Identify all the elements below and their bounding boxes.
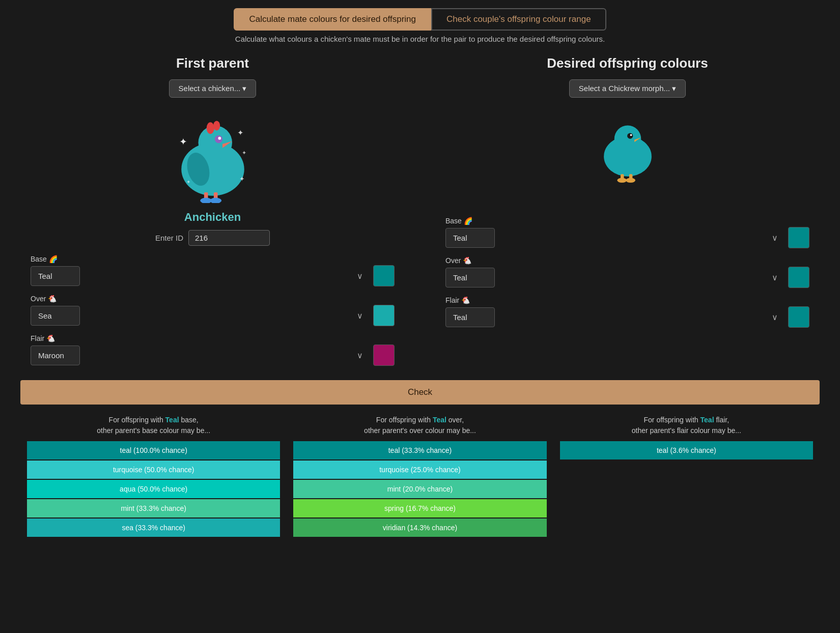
flair-select-wrapper: Teal Sea Maroon Turquoise Aqua Mint <box>31 346 369 365</box>
desired-over-select-wrapper: Teal Sea Maroon Turquoise <box>445 268 784 287</box>
flair-result-header: For offspring with Teal flair,other pare… <box>627 415 746 436</box>
svg-point-5 <box>206 122 214 134</box>
svg-text:✦: ✦ <box>242 150 246 156</box>
flair-swatch <box>373 344 395 366</box>
select-morph-button[interactable]: Select a Chickrew morph... ▾ <box>569 79 686 98</box>
chicken-name: Anchicken <box>184 211 241 224</box>
base-results-column: For offspring with Teal base,other paren… <box>20 415 287 538</box>
chick-image <box>587 104 668 185</box>
over-result-item-1: turquoise (25.0% chance) <box>293 461 546 479</box>
check-button[interactable]: Check <box>20 380 820 405</box>
check-button-wrapper: Check <box>0 374 840 411</box>
svg-point-1 <box>198 126 232 160</box>
desired-offspring-title: Desired offspring colours <box>547 55 708 71</box>
flair-result-item-0: teal (3.6% chance) <box>560 441 813 459</box>
base-label: Base 🌈 <box>31 255 395 263</box>
select-chicken-button[interactable]: Select a chicken... ▾ <box>169 79 257 98</box>
desired-base-label: Base 🌈 <box>445 217 809 225</box>
svg-point-24 <box>617 178 627 183</box>
base-result-item-1: turquoise (50.0% chance) <box>27 461 280 479</box>
desired-over-row: Teal Sea Maroon Turquoise <box>445 267 809 288</box>
desired-base-select[interactable]: Teal Sea Maroon Turquoise <box>445 228 495 248</box>
tab-check-couple[interactable]: Check couple's offspring colour range <box>431 8 606 31</box>
flair-row: Teal Sea Maroon Turquoise Aqua Mint <box>31 344 395 366</box>
over-swatch <box>373 305 395 326</box>
svg-point-6 <box>213 121 219 131</box>
base-result-item-4: sea (33.3% chance) <box>27 519 280 537</box>
main-content: First parent Select a chicken... ▾ <box>0 55 840 374</box>
desired-offspring-color-fields: Base 🌈 Teal Sea Maroon Turquoise Over 🐔 <box>435 217 820 336</box>
over-results-column: For offspring with Teal over,other paren… <box>287 415 553 538</box>
desired-flair-select-wrapper: Teal Sea Maroon Turquoise <box>445 307 784 327</box>
svg-point-20 <box>627 133 633 139</box>
svg-point-25 <box>626 178 635 183</box>
results-section: For offspring with Teal base,other paren… <box>0 415 840 538</box>
flair-header-prefix: For offspring with <box>644 416 701 424</box>
flair-highlight: Teal <box>701 416 714 424</box>
desired-over-swatch <box>788 267 809 288</box>
tab-calculate-mate[interactable]: Calculate mate colours for desired offsp… <box>234 8 431 31</box>
enter-id-input[interactable] <box>188 230 270 246</box>
chick-svg <box>590 106 666 183</box>
over-select[interactable]: Teal Sea Maroon Turquoise Aqua Mint <box>31 306 80 326</box>
subtitle: Calculate what colours a chicken's mate … <box>0 35 840 43</box>
svg-text:✦: ✦ <box>186 179 190 185</box>
first-parent-title: First parent <box>176 55 249 71</box>
base-result-item-3: mint (33.3% chance) <box>27 499 280 517</box>
desired-flair-row: Teal Sea Maroon Turquoise <box>445 306 809 328</box>
svg-point-21 <box>630 134 632 136</box>
flair-results-column: For offspring with Teal flair,other pare… <box>553 415 820 461</box>
first-parent-color-fields: Base 🌈 Teal Sea Maroon Turquoise Aqua Mi… <box>20 255 405 374</box>
svg-point-4 <box>218 137 221 140</box>
flair-label: Flair 🐔 <box>31 334 395 342</box>
base-row: Teal Sea Maroon Turquoise Aqua Mint <box>31 265 395 286</box>
over-result-item-3: spring (16.7% chance) <box>293 499 546 517</box>
svg-text:✦: ✦ <box>179 136 187 147</box>
first-parent-column: First parent Select a chicken... ▾ <box>20 55 405 374</box>
over-result-item-2: mint (20.0% chance) <box>293 480 546 498</box>
desired-flair-label: Flair 🐔 <box>445 296 809 304</box>
desired-flair-swatch <box>788 306 809 328</box>
base-header-prefix: For offspring with <box>109 416 165 424</box>
over-label: Over 🐔 <box>31 295 395 303</box>
over-result-item-0: teal (33.3% chance) <box>293 441 546 459</box>
base-result-item-0: teal (100.0% chance) <box>27 441 280 459</box>
svg-text:✦: ✦ <box>237 128 243 137</box>
base-result-header: For offspring with Teal base,other paren… <box>92 415 215 436</box>
base-select-wrapper: Teal Sea Maroon Turquoise Aqua Mint <box>31 266 369 286</box>
svg-point-11 <box>210 198 221 203</box>
over-row: Teal Sea Maroon Turquoise Aqua Mint <box>31 305 395 326</box>
base-result-item-2: aqua (50.0% chance) <box>27 480 280 498</box>
desired-offspring-column: Desired offspring colours Select a Chick… <box>435 55 820 336</box>
chicken-image: ✦ ✦ ✦ ✦ ✦ <box>162 104 264 206</box>
base-swatch <box>373 265 395 286</box>
enter-id-label: Enter ID <box>155 234 183 242</box>
desired-base-row: Teal Sea Maroon Turquoise <box>445 227 809 248</box>
over-result-item-4: viridian (14.3% chance) <box>293 519 546 537</box>
svg-text:✦: ✦ <box>239 175 245 183</box>
over-select-wrapper: Teal Sea Maroon Turquoise Aqua Mint <box>31 306 369 326</box>
desired-over-select[interactable]: Teal Sea Maroon Turquoise <box>445 268 495 287</box>
header-tabs: Calculate mate colours for desired offsp… <box>0 0 840 35</box>
over-highlight: Teal <box>433 416 446 424</box>
desired-over-label: Over 🐔 <box>445 256 809 265</box>
over-header-prefix: For offspring with <box>376 416 433 424</box>
flair-select[interactable]: Teal Sea Maroon Turquoise Aqua Mint <box>31 346 80 365</box>
desired-flair-select[interactable]: Teal Sea Maroon Turquoise <box>445 307 495 327</box>
base-highlight: Teal <box>165 416 179 424</box>
svg-point-18 <box>614 126 641 153</box>
enter-id-row: Enter ID <box>20 230 405 246</box>
chicken-svg: ✦ ✦ ✦ ✦ ✦ <box>164 106 261 203</box>
base-select[interactable]: Teal Sea Maroon Turquoise Aqua Mint <box>31 266 80 286</box>
desired-base-swatch <box>788 227 809 248</box>
over-result-header: For offspring with Teal over,other paren… <box>359 415 481 436</box>
desired-base-select-wrapper: Teal Sea Maroon Turquoise <box>445 228 784 248</box>
